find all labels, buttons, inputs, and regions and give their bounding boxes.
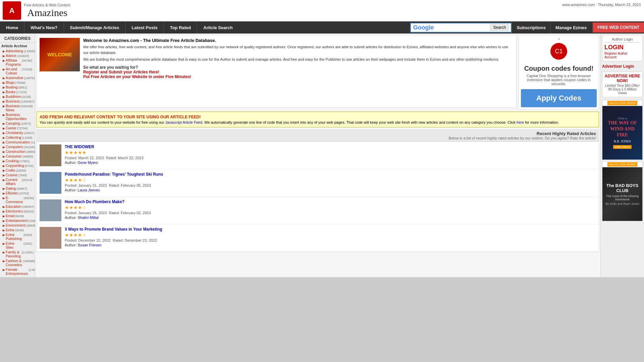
register-link-text[interactable]: Register Author Account	[604, 52, 628, 59]
sidebar-item[interactable]: ▶Business News(426438)	[0, 104, 35, 112]
sidebar-item[interactable]: ▶Advertising(133550)	[0, 49, 35, 53]
ad-close-icon[interactable]: ✕	[557, 37, 560, 41]
article-thumbnail	[40, 144, 61, 166]
author-link[interactable]: Susan Friesen	[78, 243, 102, 247]
sidebar-item[interactable]: ▶Copywriting(6732)	[0, 163, 35, 168]
look-inside-1[interactable]: Click to LOOK INSIDE!	[607, 101, 638, 105]
sidebar-item[interactable]: ▶Business(1330457)	[0, 99, 35, 104]
article-title[interactable]: How Much Do Plumbers Make?	[65, 199, 596, 204]
cta-register[interactable]: Register and Submit your Articles Here!	[83, 70, 514, 74]
welcome-cta: So what are you waiting for? Register an…	[83, 65, 514, 79]
article-feed-notice: ADD FRESH AND RELEVANT CONTENT TO YOUR S…	[37, 112, 599, 127]
sidebar-item[interactable]: ▶Career(72794)	[0, 126, 35, 130]
author-link[interactable]: Shalini Mittal	[78, 216, 99, 220]
sidebar-item[interactable]: ▶Family & Parenting(111901)	[0, 250, 35, 258]
sidebar-item[interactable]: ▶Camping(10972)	[0, 121, 35, 126]
article-dates: Posted: January 31, 2023 Rated: February…	[65, 183, 596, 187]
sidebar-item[interactable]: ▶Cooking(17081)	[0, 159, 35, 163]
article-thumbnail	[40, 172, 61, 194]
table-row: Powderhound Paradise: Tignes' Toughest S…	[37, 169, 599, 197]
sidebar-item[interactable]: ▶Email(8439)	[0, 214, 35, 218]
sidebar-item[interactable]: ▶Consumer(49953)	[0, 154, 35, 159]
author-login-box: Author Login LOGIN Register Author Accou…	[602, 35, 643, 61]
nav-submit[interactable]: Submit/Manage Articles	[64, 22, 125, 33]
manage-ezines-button[interactable]: Manage Ezines	[551, 22, 591, 33]
sidebar-item[interactable]: ▶Ezine Publishing(5453)	[0, 232, 35, 241]
sidebar-item[interactable]: ▶Ezine(3040)	[0, 228, 35, 232]
logo-tagline: Free Articles & Web Content	[24, 3, 70, 7]
advertiser-login-link[interactable]: Advertiser Login	[602, 64, 643, 69]
sidebar-item[interactable]: ▶Education(185507)	[0, 204, 35, 209]
author-link[interactable]: Gene Myers	[78, 161, 98, 165]
sidebar-item[interactable]: ▶Fashion & Cosmetics(196588)	[0, 258, 35, 267]
javascript-article-feed-link[interactable]: Javascript Article Feed	[165, 120, 202, 124]
author-link[interactable]: Laura Jeeves	[78, 188, 100, 192]
sidebar-item[interactable]: ▶Entertainment(159844)	[0, 218, 35, 223]
look-inside-2[interactable]: Click to LOOK INSIDE!	[607, 162, 638, 167]
nav-home[interactable]: Home	[0, 22, 24, 33]
sidebar-item[interactable]: ▶Environment(28835)	[0, 223, 35, 228]
book1-author: R.R. JONES	[614, 139, 631, 143]
sidebar-item[interactable]: ▶Christianity(15047)	[0, 130, 35, 135]
header-date: www.amazines.com · Thursday, March 23, 2…	[562, 3, 641, 7]
sidebar-item[interactable]: ▶Art and Culture(72418)	[0, 67, 35, 75]
sidebar-item[interactable]: ▶Automotive(145701)	[0, 75, 35, 80]
sidebar-items: ▶Advertising(133550)▶Advice(161623)▶Affi…	[0, 49, 35, 276]
nav-bar: Home What's New? Submit/Manage Articles …	[0, 21, 644, 34]
search-button[interactable]: Search	[490, 24, 509, 31]
sidebar-item[interactable]: ▶Ezine Sites(1551)	[0, 241, 35, 250]
nav-article-search[interactable]: Article Search	[197, 22, 238, 33]
sidebar-item[interactable]: ▶Construction(38659)	[0, 149, 35, 154]
article-title[interactable]: THE WIDOWER	[65, 144, 596, 149]
sidebar-item[interactable]: ▶EBooks(19703)	[0, 191, 35, 195]
book1-click-label: Click to	[618, 117, 627, 120]
main-content: WELCOME Welcome to Amazines.com - The Ul…	[35, 34, 600, 277]
apply-codes-button[interactable]: Apply Codes	[521, 89, 597, 107]
subscriptions-button[interactable]: Subscriptions	[512, 22, 550, 33]
free-web-content-button[interactable]: FREE WEB CONTENT	[593, 22, 644, 33]
sidebar-title: CATEGORIES	[0, 35, 35, 43]
article-title[interactable]: 3 Ways to Promote Brand Values in Your M…	[65, 227, 596, 232]
article-stars: ★★★★★	[65, 150, 596, 155]
nav-top-rated[interactable]: Top Rated	[164, 22, 197, 33]
article-feed-text2: . We automatically generate one line of …	[202, 120, 517, 124]
ad-header: ✕	[557, 37, 560, 41]
sidebar-item[interactable]: ▶Collecting(11638)	[0, 135, 35, 140]
logo-text: Free Articles & Web Content Amazines	[24, 3, 70, 18]
sidebar-item[interactable]: ▶Electronics(83520)	[0, 209, 35, 214]
sidebar-item[interactable]: ▶Books(17223)	[0, 89, 35, 94]
google-search-box: Google Search	[410, 23, 512, 33]
advertiser-login-text[interactable]: Advertiser Login	[602, 64, 634, 69]
table-row: How Much Do Plumbers Make? ★★★★☆ Posted:…	[37, 197, 599, 224]
book2-author: By Kolin and Ryan Jones	[605, 202, 639, 205]
article-feed-text1: You can quickly and easily add our conte…	[40, 120, 165, 124]
sidebar-item[interactable]: ▶Advice(161623)	[0, 53, 35, 58]
sidebar-item[interactable]: ▶Dating(45907)	[0, 186, 35, 191]
article-title[interactable]: Powderhound Paradise: Tignes' Toughest S…	[65, 172, 596, 177]
book2-subtitle: The Case of the Missing Homework	[605, 194, 640, 201]
sidebar-item[interactable]: ▶Current Affairs(20213)	[0, 177, 35, 186]
sidebar-item[interactable]: ▶Female Entrepreneurs(11833)	[0, 267, 35, 276]
sidebar-item[interactable]: ▶E-Commerce(46256)	[0, 195, 35, 204]
sidebar-item[interactable]: ▶Blogs(75556)	[0, 80, 35, 85]
nav-latest[interactable]: Latest Posts	[125, 22, 163, 33]
advertise-box: ADVERTISE HERE NOW! Limited Time $60 Off…	[602, 71, 643, 97]
sidebar-item[interactable]: ▶Boating(5851)	[0, 85, 35, 89]
sidebar-item[interactable]: ▶Computers(241945)	[0, 144, 35, 149]
sidebar-item[interactable]: ▶Crafts(18205)	[0, 168, 35, 173]
sidebar-item[interactable]: ▶Cuisine(7549)	[0, 173, 35, 177]
welcome-image: WELCOME	[40, 38, 80, 71]
cta-question: So what are you waiting for?	[83, 65, 514, 70]
welcome-row: WELCOME Welcome to Amazines.com - The Ul…	[37, 35, 599, 110]
sidebar-item[interactable]: ▶Business Opportunities	[0, 112, 35, 121]
login-link[interactable]: LOGIN	[604, 44, 640, 51]
sidebar-item[interactable]: ▶Communication(115087)	[0, 140, 35, 144]
here-link[interactable]: here	[517, 120, 524, 124]
article-author: Author: Gene Myers	[65, 161, 596, 165]
sidebar-item[interactable]: ▶Buddhism(4129)	[0, 94, 35, 99]
nav-whats-new[interactable]: What's New?	[24, 22, 63, 33]
cta-free-articles[interactable]: Put Free Articles on your Website in und…	[83, 74, 514, 79]
sidebar-item[interactable]: ▶Affiliate Programs(34790)	[0, 58, 35, 67]
search-input[interactable]	[435, 25, 489, 30]
advertise-title[interactable]: ADVERTISE HERE NOW!	[604, 74, 640, 83]
